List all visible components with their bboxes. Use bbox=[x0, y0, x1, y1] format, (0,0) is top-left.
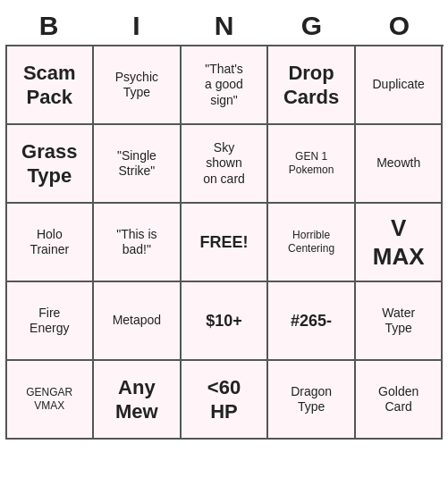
bingo-cell-17[interactable]: $10+ bbox=[182, 282, 269, 361]
bingo-header-letter: B bbox=[5, 7, 93, 45]
bingo-cell-24[interactable]: GoldenCard bbox=[356, 361, 444, 440]
bingo-grid: ScamPackPsychicType"That'sa goodsign"Dro… bbox=[5, 45, 444, 440]
bingo-cell-5[interactable]: GrassType bbox=[7, 125, 95, 204]
bingo-cell-0[interactable]: ScamPack bbox=[7, 46, 95, 125]
bingo-cell-23[interactable]: DragonType bbox=[268, 361, 356, 440]
bingo-cell-12[interactable]: FREE! bbox=[182, 204, 269, 282]
bingo-cell-20[interactable]: GENGARVMAX bbox=[7, 361, 95, 440]
bingo-cell-8[interactable]: GEN 1Pokemon bbox=[268, 125, 356, 204]
bingo-cell-2[interactable]: "That'sa goodsign" bbox=[182, 46, 269, 125]
bingo-cell-11[interactable]: "This isbad!" bbox=[94, 204, 182, 282]
bingo-header-letter: O bbox=[356, 7, 444, 45]
bingo-cell-21[interactable]: AnyMew bbox=[94, 361, 182, 440]
bingo-cell-9[interactable]: Meowth bbox=[356, 125, 444, 204]
bingo-header: BINGO bbox=[5, 7, 444, 45]
bingo-cell-10[interactable]: HoloTrainer bbox=[7, 204, 95, 282]
bingo-cell-19[interactable]: WaterType bbox=[356, 282, 444, 361]
bingo-cell-4[interactable]: Duplicate bbox=[356, 46, 444, 125]
bingo-header-letter: G bbox=[268, 7, 356, 45]
bingo-header-letter: N bbox=[181, 7, 268, 45]
bingo-cell-14[interactable]: VMAX bbox=[356, 204, 444, 282]
bingo-cell-1[interactable]: PsychicType bbox=[94, 46, 182, 125]
bingo-cell-3[interactable]: DropCards bbox=[268, 46, 356, 125]
bingo-cell-18[interactable]: #265- bbox=[268, 282, 356, 361]
bingo-cell-13[interactable]: HorribleCentering bbox=[268, 204, 356, 282]
bingo-cell-7[interactable]: Skyshownon card bbox=[182, 125, 269, 204]
bingo-cell-16[interactable]: Metapod bbox=[94, 282, 182, 361]
bingo-cell-22[interactable]: <60HP bbox=[182, 361, 269, 440]
bingo-card: BINGO ScamPackPsychicType"That'sa goodsi… bbox=[5, 7, 444, 440]
bingo-cell-15[interactable]: FireEnergy bbox=[7, 282, 95, 361]
bingo-cell-6[interactable]: "SingleStrike" bbox=[94, 125, 182, 204]
bingo-header-letter: I bbox=[93, 7, 181, 45]
